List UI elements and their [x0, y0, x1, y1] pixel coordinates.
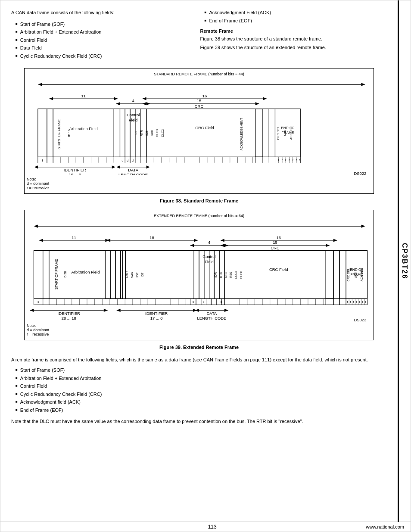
intro-section: A CAN data frame consists of the followi…: [11, 9, 387, 62]
intro-text: A CAN data frame consists of the followi…: [11, 9, 192, 16]
svg-rect-204: [196, 299, 201, 305]
svg-text:Field: Field: [129, 118, 137, 122]
svg-rect-173: [333, 250, 339, 299]
svg-text:d: d: [121, 159, 123, 162]
svg-text:START OF FRAME: START OF FRAME: [55, 258, 59, 289]
svg-marker-167: [220, 244, 224, 247]
svg-text:r: r: [365, 300, 367, 303]
svg-marker-117: [34, 224, 37, 227]
main-content: A CAN data frame consists of the followi…: [0, 0, 399, 522]
svg-text:16: 16: [202, 93, 207, 98]
svg-marker-244: [30, 308, 34, 311]
svg-text:CRC Field: CRC Field: [195, 125, 214, 130]
svg-rect-123: [49, 250, 123, 299]
svg-text:FRAME: FRAME: [350, 273, 363, 277]
svg-marker-118: [361, 224, 365, 227]
svg-marker-254: [195, 308, 199, 311]
svg-marker-1: [38, 83, 42, 86]
rf-bullet-crc: Cyclic Redundancy Check Field (CRC): [16, 391, 387, 398]
svg-text:IDENTIFIER: IDENTIFIER: [64, 168, 86, 172]
svg-text:DLC3: DLC3: [156, 129, 159, 137]
page-number: 113: [208, 524, 217, 530]
rtr-note: Note that the DLC must have the same val…: [11, 418, 387, 425]
svg-text:RTR: RTR: [140, 130, 143, 136]
svg-rect-15: [120, 109, 125, 157]
svg-rect-129: [105, 250, 110, 299]
figure39-container: EXTENDED REMOTE FRAME (number of bits = …: [24, 210, 374, 340]
svg-text:END OF: END OF: [350, 268, 363, 271]
svg-rect-46: [269, 109, 275, 157]
svg-marker-11: [114, 97, 118, 100]
remote-frame-text1: Figure 38 shows the structure of a stand…: [200, 35, 381, 43]
svg-text:4: 4: [132, 98, 134, 103]
svg-marker-10: [49, 97, 53, 100]
svg-text:CRC DEL: CRC DEL: [347, 268, 350, 281]
svg-text:RB1: RB1: [224, 272, 227, 278]
svg-text:DLC0: DLC0: [240, 271, 243, 278]
svg-text:DLC2: DLC2: [161, 129, 164, 137]
bullet-crc: Cyclic Redundancy Check Field (CRC): [16, 53, 192, 60]
svg-marker-249: [116, 308, 120, 311]
svg-rect-182: [43, 299, 49, 305]
rf-bullet-ack: Acknowledgment field (ACK): [16, 398, 387, 406]
svg-text:IDENTIFIER: IDENTIFIER: [145, 311, 168, 316]
svg-text:SAR: SAR: [131, 271, 134, 278]
svg-rect-71: [135, 157, 140, 163]
svg-rect-44: [263, 109, 269, 157]
rf-bullet-eof: End of Frame (EOF): [16, 407, 387, 414]
figure38-title: STANDARD REMOTE FRAME (number of bits = …: [27, 72, 371, 76]
figure38-svg: START OF FRAME ID 10 Arbitration Field: [27, 78, 371, 175]
svg-text:r: r: [362, 300, 364, 303]
figure39-title: EXTENDED REMOTE FRAME (number of bits = …: [27, 214, 371, 218]
svg-text:LENGTH CODE: LENGTH CODE: [118, 172, 148, 174]
bullet-arbitration: Arbitration Field + Extended Arbitration: [16, 28, 192, 36]
svg-marker-38: [142, 102, 146, 105]
svg-marker-39: [255, 102, 259, 105]
svg-rect-183: [49, 299, 191, 305]
svg-text:r: r: [350, 300, 352, 303]
svg-rect-88: [255, 157, 263, 163]
svg-marker-126: [39, 239, 43, 242]
svg-rect-121: [43, 250, 49, 299]
svg-rect-72: [140, 157, 146, 163]
remote-frame-text2: Figure 39 shows the structure of an exte…: [200, 44, 381, 51]
bullet-data: Data Field: [16, 44, 192, 52]
svg-marker-255: [224, 308, 228, 311]
svg-marker-163: [220, 239, 224, 242]
remote-fields-list: Start of Frame (SOF) Arbitration Field +…: [16, 367, 387, 414]
svg-rect-228: [339, 299, 346, 305]
svg-rect-55: [47, 157, 53, 163]
svg-text:d: d: [193, 300, 194, 303]
svg-text:r: r: [347, 300, 349, 303]
svg-text:d: d: [132, 159, 134, 162]
svg-marker-34: [142, 97, 146, 100]
intro-right: Acknowledgment Field (ACK) End of Frame …: [200, 9, 381, 62]
svg-marker-245: [104, 308, 108, 311]
right-bullet-list: Acknowledgment Field (ACK) End of Frame …: [205, 9, 381, 24]
svg-text:DLC3: DLC3: [234, 271, 237, 278]
svg-text:r: r: [282, 159, 283, 162]
svg-rect-207: [206, 299, 211, 305]
svg-text:d: d: [203, 300, 205, 303]
svg-text:r: r: [278, 159, 280, 162]
svg-rect-64: [114, 157, 120, 163]
svg-text:CRC DEL: CRC DEL: [277, 127, 280, 140]
svg-rect-226: [326, 299, 333, 305]
svg-text:r: r: [299, 159, 300, 162]
svg-rect-175: [339, 250, 346, 299]
svg-rect-171: [326, 250, 333, 299]
svg-text:Arbitration Field: Arbitration Field: [69, 126, 98, 131]
svg-text:15: 15: [273, 240, 277, 245]
svg-text:DS022: DS022: [354, 171, 366, 175]
remote-fields-intro: A remote frame is comprised of the follo…: [11, 356, 387, 364]
figure38-caption: Figure 38. Standard Remote Frame: [11, 198, 387, 203]
rf-bullet-sof: Start of Frame (SOF): [16, 367, 387, 374]
svg-rect-89: [263, 157, 269, 163]
svg-marker-155: [190, 244, 194, 247]
svg-text:18: 18: [149, 235, 154, 240]
svg-rect-90: [269, 157, 275, 163]
svg-text:DS023: DS023: [354, 317, 366, 321]
svg-text:r: r: [296, 159, 297, 162]
svg-text:Control: Control: [202, 254, 215, 259]
side-tab: CP3BT26: [399, 0, 411, 522]
